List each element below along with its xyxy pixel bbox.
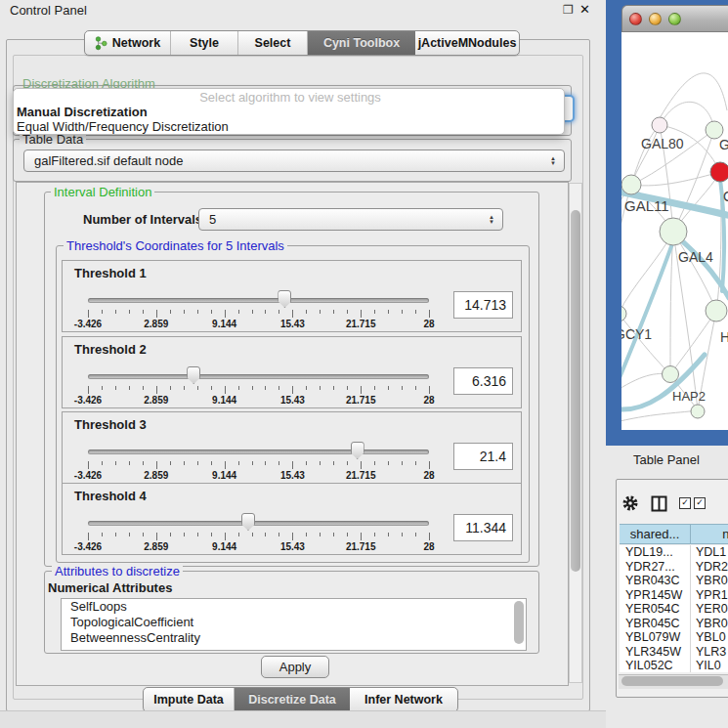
- node-red-selected[interactable]: [710, 162, 728, 182]
- node-gal4[interactable]: [660, 218, 687, 245]
- table-h-scrollbar-thumb[interactable]: [621, 676, 723, 686]
- network-view[interactable]: GAL80 GA GAL11 C GAL4 GCY1 H HAP2: [621, 32, 728, 430]
- node-hap2[interactable]: [663, 366, 679, 383]
- numerical-attributes-label: Numerical Attributes: [48, 580, 172, 595]
- list-scrollbar-thumb[interactable]: [514, 601, 524, 644]
- table-row[interactable]: YBL079WYBL0: [620, 630, 728, 645]
- table-cell[interactable]: YBR0: [691, 617, 728, 631]
- gear-icon[interactable]: [621, 494, 639, 512]
- node-label-partial-h: H: [720, 329, 728, 345]
- apply-button[interactable]: Apply: [261, 656, 329, 678]
- table-cell[interactable]: YDR2: [691, 560, 728, 575]
- table-cell[interactable]: YDR27...: [620, 560, 691, 575]
- list-item[interactable]: TopologicalCoefficient: [62, 615, 526, 630]
- zoom-traffic-light-icon[interactable]: [668, 13, 681, 25]
- table-row[interactable]: YLR345WYLR3: [620, 645, 728, 660]
- node-label-partial-c: C: [723, 189, 728, 204]
- float-window-icon[interactable]: ❐: [563, 3, 574, 17]
- table-data-select[interactable]: galFiltered.sif default node ▲▼: [23, 150, 565, 172]
- tab-network[interactable]: Network: [85, 31, 171, 55]
- close-traffic-light-icon[interactable]: [629, 13, 642, 25]
- table-cell[interactable]: YBR045C: [620, 617, 691, 631]
- tab-network-label: Network: [112, 36, 160, 50]
- attributes-group-title: Attributes to discretize: [52, 564, 183, 578]
- table-cell[interactable]: YER0: [691, 602, 728, 617]
- table-rows[interactable]: YDL19...YDL1YDR27...YDR2YBR043CYBR0YPR14…: [620, 545, 728, 672]
- node-gal80[interactable]: [652, 117, 667, 133]
- threshold-4-value-field[interactable]: 11.344: [453, 514, 513, 541]
- node-label-gal4: GAL4: [678, 249, 713, 265]
- close-icon[interactable]: ✕: [579, 2, 590, 17]
- threshold-4-panel: Threshold 4 -3.4262.8599.14415.4321.7152…: [62, 483, 522, 555]
- num-intervals-select[interactable]: 5 ▲▼: [198, 208, 503, 231]
- table-row[interactable]: YBR043CYBR0: [620, 574, 728, 588]
- table-cell[interactable]: YPR1: [691, 588, 728, 603]
- network-window-titlebar[interactable]: [621, 5, 728, 32]
- table-panel-title: Table Panel: [606, 446, 728, 473]
- threshold-2-slider-thumb[interactable]: [187, 366, 200, 384]
- bottom-tab-bar: Impute Data Discretize Data Infer Networ…: [143, 687, 458, 712]
- cytoscape-ui: Control Panel ❐ ✕ Network Style Select C…: [0, 0, 728, 728]
- table-row[interactable]: YBR045CYBR0: [620, 617, 728, 631]
- threshold-2-value-field[interactable]: 6.316: [453, 367, 513, 395]
- vertical-scrollbar-thumb[interactable]: [571, 210, 580, 572]
- tab-infer-network[interactable]: Infer Network: [350, 688, 457, 711]
- table-row[interactable]: YDR27...YDR2: [620, 560, 728, 575]
- threshold-1-slider-thumb[interactable]: [278, 290, 291, 308]
- column-header-name[interactable]: na: [691, 524, 728, 544]
- table-row[interactable]: YER054CYER0: [620, 602, 728, 617]
- list-item[interactable]: SelfLoops: [62, 599, 526, 615]
- table-header-row: shared... na: [620, 524, 728, 544]
- node-label-gcy1: GCY1: [621, 326, 652, 342]
- threshold-3-panel: Threshold 3 -3.4262.8599.14415.4321.7152…: [62, 411, 522, 484]
- panel-title: Control Panel: [10, 3, 87, 18]
- numerical-attributes-list[interactable]: SelfLoopsTopologicalCoefficientBetweenne…: [61, 598, 527, 651]
- node-gcy1[interactable]: [621, 306, 626, 321]
- threshold-1-value-field[interactable]: 14.713: [453, 291, 513, 319]
- node-gal11[interactable]: [621, 175, 641, 194]
- table-cell[interactable]: YBL079W: [620, 630, 691, 645]
- table-cell[interactable]: YIL0: [691, 659, 721, 672]
- table-row[interactable]: YIL052CYIL0: [620, 659, 728, 672]
- table-cell[interactable]: YBR043C: [620, 574, 691, 588]
- table-cell[interactable]: YLR3: [691, 645, 726, 660]
- checked-checkbox-icon[interactable]: ✓: [679, 497, 691, 509]
- popup-option-equal-width[interactable]: Equal Width/Frequency Discretization: [14, 119, 564, 134]
- popup-placeholder-option[interactable]: Select algorithm to view settings: [14, 90, 564, 105]
- table-row[interactable]: YPR145WYPR1: [620, 588, 728, 603]
- thresholds-group-title: Threshold's Coordinates for 5 Intervals: [64, 238, 287, 253]
- checked-checkbox-icon[interactable]: ✓: [694, 497, 706, 509]
- table-cell[interactable]: YPR145W: [620, 588, 691, 603]
- popup-option-manual-discretization[interactable]: Manual Discretization: [14, 105, 564, 119]
- table-cell[interactable]: YIL052C: [620, 659, 691, 672]
- tab-discretize-data[interactable]: Discretize Data: [235, 688, 350, 711]
- tab-jactivemnodules[interactable]: jActiveMNodules: [415, 31, 519, 55]
- threshold-4-slider-thumb[interactable]: [241, 513, 255, 531]
- node-h[interactable]: [706, 300, 727, 321]
- table-cell[interactable]: YBL0: [691, 630, 726, 645]
- tab-select[interactable]: Select: [238, 31, 308, 55]
- table-cell[interactable]: YBR0: [691, 574, 728, 588]
- tab-cyni-toolbox[interactable]: Cyni Toolbox: [308, 31, 415, 55]
- list-item[interactable]: BetweennessCentrality: [62, 630, 526, 646]
- num-intervals-label: Number of Intervals: [83, 212, 202, 227]
- top-tab-bar: Network Style Select Cyni Toolbox jActiv…: [84, 30, 520, 56]
- minimize-traffic-light-icon[interactable]: [649, 13, 662, 25]
- tab-style[interactable]: Style: [171, 31, 238, 55]
- threshold-3-slider-thumb[interactable]: [351, 442, 364, 459]
- column-header-shared[interactable]: shared...: [620, 524, 691, 544]
- node-label-gal11: GAL11: [624, 197, 669, 214]
- threshold-1-panel: Threshold 1 -3.4262.8599.14415.4321.7152…: [62, 260, 522, 332]
- table-cell[interactable]: YDL1: [691, 545, 726, 560]
- table-row[interactable]: YDL19...YDL1: [620, 545, 728, 560]
- table-cell[interactable]: YER054C: [620, 602, 691, 617]
- node-label-hap2: HAP2: [672, 389, 706, 404]
- node-bottom-partial[interactable]: [691, 405, 705, 418]
- spinner-arrows-icon: ▲▼: [550, 156, 556, 166]
- table-cell[interactable]: YLR345W: [620, 645, 691, 660]
- node-label-partial-ga: GA: [719, 137, 728, 152]
- tab-impute-data[interactable]: Impute Data: [144, 688, 235, 711]
- split-view-icon[interactable]: [651, 495, 667, 512]
- table-cell[interactable]: YDL19...: [620, 545, 691, 560]
- threshold-3-value-field[interactable]: 21.4: [453, 443, 513, 470]
